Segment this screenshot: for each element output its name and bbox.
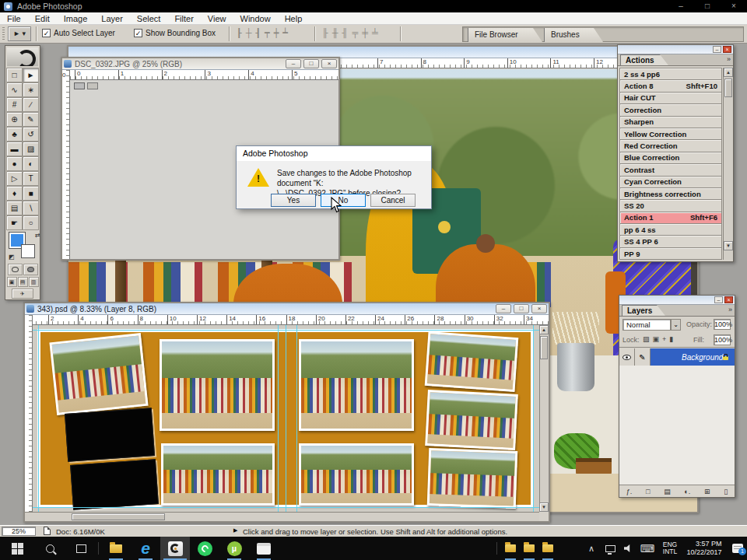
options-grip[interactable] <box>2 27 5 40</box>
eyedropper-tool[interactable]: ∖ <box>23 201 39 215</box>
menu-item[interactable]: Edit <box>28 12 57 24</box>
blend-mode-select[interactable]: Normal <box>622 319 671 331</box>
auto-select-checkbox[interactable]: ✓ <box>42 29 51 37</box>
action-item[interactable]: Action 8Shft+F10 <box>620 80 721 92</box>
tray-expand-button[interactable]: ∧ <box>582 537 601 560</box>
action-item[interactable]: Red Correction <box>620 140 721 152</box>
action-item[interactable]: SS 4 PP 6 <box>620 236 721 247</box>
show-bounding-checkbox[interactable]: ✓ <box>134 29 142 37</box>
layer-group-icon[interactable]: ▤ <box>664 488 671 495</box>
language-indicator[interactable]: ENGINTL <box>658 537 682 560</box>
action-center-button[interactable]: 1 <box>728 537 747 560</box>
crop-tool[interactable]: # <box>6 97 23 112</box>
menu-item[interactable]: View <box>201 12 233 24</box>
clone-stamp-tool[interactable]: ♣ <box>6 127 23 142</box>
menu-item[interactable]: Layer <box>94 12 130 24</box>
minimize-icon[interactable]: – <box>286 59 301 68</box>
menu-item[interactable]: Image <box>57 12 95 24</box>
slice-tool[interactable]: ∕ <box>23 97 39 112</box>
actions-scrollbar[interactable]: ▲ ▼ <box>723 68 733 260</box>
action-item[interactable]: PP 9 <box>620 248 721 260</box>
distribute-icon[interactable]: ╢ <box>342 28 349 37</box>
minimize-icon[interactable]: – <box>714 296 723 303</box>
cortana-search-button[interactable] <box>34 537 65 560</box>
action-item[interactable]: Yellow Correction <box>620 128 721 140</box>
layer-style-icon[interactable]: ƒ. <box>626 488 633 495</box>
close-icon[interactable]: × <box>724 296 733 303</box>
dsc-window-title-bar[interactable]: DSC_0392.JPG @ 25% (RGB) – □ × <box>62 58 338 70</box>
layer-row-background[interactable]: ✎ Background <box>619 348 735 366</box>
task-view-button[interactable] <box>65 537 96 560</box>
psd-window-title-bar[interactable]: 343).psd @ 8.33% (Layer 8, RGB) – □ × <box>25 303 549 315</box>
minimize-icon[interactable]: – <box>668 0 694 12</box>
eye-icon[interactable] <box>622 355 631 360</box>
tab-brushes[interactable]: Brushes <box>544 28 603 42</box>
action-item[interactable]: pp 6 4 ss <box>620 224 721 236</box>
delete-layer-icon[interactable]: ▯ <box>724 488 728 495</box>
cancel-button[interactable]: Cancel <box>370 194 416 207</box>
layers-palette-title-bar[interactable]: – × <box>619 296 735 305</box>
full-screen-menu-button[interactable]: ▤ <box>18 277 28 287</box>
folder-window-button[interactable] <box>538 537 557 560</box>
adjustment-layer-icon[interactable]: ◐. <box>684 488 690 495</box>
zoom-tool[interactable]: ○ <box>23 215 39 230</box>
standard-mode-button[interactable] <box>8 264 23 275</box>
touch-keyboard-button[interactable]: ⌨ <box>638 537 657 560</box>
tab-file-browser[interactable]: File Browser <box>468 28 542 42</box>
align-icon[interactable]: ┠ <box>237 28 242 38</box>
distribute-icon[interactable]: ╤ <box>352 28 358 37</box>
blur-tool[interactable]: ● <box>6 156 23 171</box>
quick-mask-button[interactable] <box>23 264 38 275</box>
new-layer-icon[interactable]: ⊞ <box>704 488 710 495</box>
maximize-icon[interactable]: □ <box>303 59 319 68</box>
volume-button[interactable] <box>619 537 638 560</box>
brush-tool[interactable]: ✎ <box>23 112 39 127</box>
distribute-icon[interactable]: ╧ <box>372 28 378 37</box>
horizontal-scrollbar[interactable] <box>25 512 539 521</box>
action-item[interactable]: Contrast <box>620 164 721 176</box>
align-icon[interactable]: ┯ <box>265 28 270 38</box>
jump-to-imageready-button[interactable]: ✈ <box>12 289 33 299</box>
vertical-scrollbar[interactable]: ▲ ▼ <box>539 325 549 512</box>
eraser-tool[interactable]: ▬ <box>6 142 23 156</box>
action-item[interactable]: Action 1Shft+F6 <box>620 212 721 224</box>
layer-visibility-cell[interactable] <box>619 348 635 366</box>
minimize-icon[interactable]: – <box>496 304 511 313</box>
yes-button[interactable]: Yes <box>271 194 316 207</box>
close-icon[interactable]: × <box>723 46 731 53</box>
zoom-level-field[interactable]: 25% <box>2 527 36 536</box>
dodge-tool[interactable]: ◐ <box>23 156 39 171</box>
palette-menu-icon[interactable]: » <box>728 306 732 313</box>
action-item[interactable]: Correction <box>620 104 721 116</box>
menu-item[interactable]: File <box>0 12 28 24</box>
distribute-icon[interactable]: ╪ <box>362 28 368 37</box>
action-item[interactable]: SS 20 <box>620 200 721 212</box>
lock-icons[interactable]: ▨▣+▮ <box>643 335 676 343</box>
align-icon[interactable]: ┿ <box>274 28 279 38</box>
type-tool[interactable]: T <box>23 171 39 186</box>
magic-wand-tool[interactable]: ∗ <box>23 82 39 97</box>
menu-item[interactable]: Select <box>130 12 168 24</box>
lasso-tool[interactable]: ∿ <box>6 82 23 97</box>
action-item[interactable]: Blue Correction <box>620 152 721 164</box>
move-tool[interactable]: ► <box>23 68 39 82</box>
file-explorer-button[interactable] <box>101 537 131 560</box>
move-tool-preset[interactable]: ► ▾ <box>8 26 31 41</box>
distribute-icon[interactable]: ╟ <box>322 28 328 37</box>
action-item[interactable]: Cyan Correction <box>620 177 721 188</box>
minimize-icon[interactable]: – <box>713 46 721 53</box>
maximize-icon[interactable]: □ <box>514 304 529 313</box>
app-window-button[interactable] <box>249 537 279 560</box>
menu-item[interactable]: Filter <box>167 12 200 24</box>
no-button[interactable]: No <box>321 194 366 207</box>
action-item[interactable]: Brightness correction <box>620 188 721 200</box>
edge-button[interactable]: e <box>131 537 160 560</box>
network-button[interactable] <box>601 537 619 560</box>
layer-name-bar[interactable]: Background <box>651 348 735 366</box>
align-icon[interactable]: ┨ <box>255 28 261 38</box>
palette-menu-icon[interactable]: » <box>727 55 731 63</box>
restore-icon[interactable]: □ <box>694 0 721 12</box>
notes-tool[interactable]: ▤ <box>6 201 23 215</box>
whatsapp-button[interactable] <box>190 537 219 560</box>
rect-marquee-tool[interactable]: □ <box>6 68 23 82</box>
